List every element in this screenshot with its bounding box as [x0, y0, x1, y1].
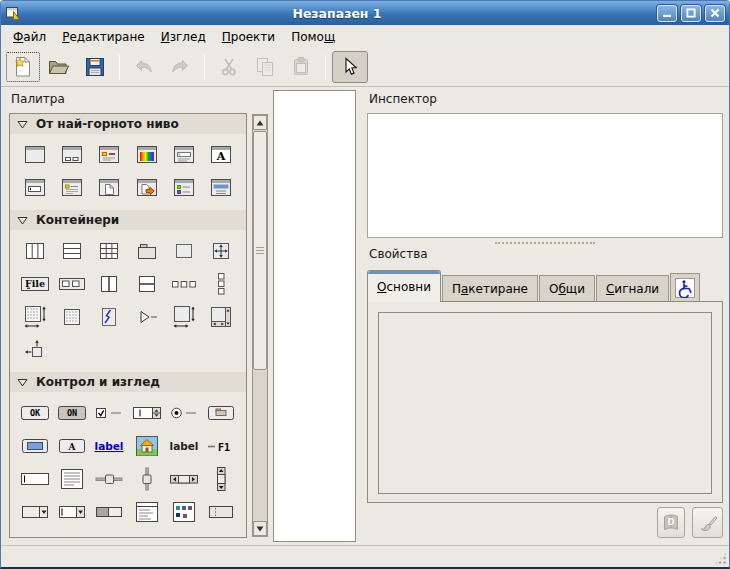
palette-item-vbuttonbox[interactable] [203, 271, 239, 297]
palette-item-fixed[interactable] [203, 238, 239, 264]
palette-item-hbuttonbox[interactable] [166, 271, 202, 297]
palette-item-drawingarea[interactable] [54, 304, 90, 330]
palette-item-vpaned[interactable] [129, 271, 165, 297]
palette-item-vbox[interactable] [54, 238, 90, 264]
palette-scrollbar[interactable] [252, 114, 268, 537]
palette-item-accellabel[interactable]: F1 [203, 433, 239, 459]
palette-item-partial-item[interactable] [203, 532, 239, 538]
palette-item-dialog[interactable] [54, 142, 90, 168]
open-button[interactable] [41, 51, 77, 83]
palette-item-message-dialog[interactable] [91, 142, 127, 168]
palette-item-hscrollbar[interactable] [166, 466, 202, 492]
palette-item-font-selection-dialog[interactable]: A [203, 142, 239, 168]
palette-item-hscale[interactable] [91, 466, 127, 492]
tab-accessibility[interactable] [670, 273, 700, 302]
palette-item-textview[interactable] [54, 466, 90, 492]
palette-item-checkbutton[interactable] [91, 400, 127, 426]
edit-widget-button[interactable] [692, 507, 723, 538]
tab-general[interactable]: Основни [367, 270, 441, 302]
devhelp-doc-button[interactable]: D [657, 507, 685, 538]
palette-item-notebook[interactable] [129, 238, 165, 264]
menu-view[interactable]: Изглед [153, 27, 214, 47]
palette-item-window[interactable] [17, 142, 53, 168]
menu-help[interactable]: Помощ [283, 27, 343, 47]
cut-button[interactable] [211, 51, 247, 83]
menu-projects[interactable]: Проекти [214, 27, 283, 47]
palette-item-treeview[interactable] [129, 499, 165, 525]
palette-item-file-chooser-dialog[interactable] [166, 142, 202, 168]
pane-resize-handle[interactable] [367, 240, 723, 246]
palette-item-togglebutton[interactable]: ON [54, 400, 90, 426]
undo-button[interactable] [126, 51, 162, 83]
palette-item-expander[interactable] [129, 304, 165, 330]
palette-item-text-dialog[interactable] [54, 175, 90, 201]
expander-triangle-icon[interactable] [17, 119, 28, 130]
resize-grip-icon[interactable] [714, 552, 727, 565]
palette-item-separatortoolitem[interactable] [203, 499, 239, 525]
palette-section-header[interactable]: Контрол и изглед [10, 372, 246, 392]
palette-item-layout[interactable] [17, 304, 53, 330]
scroll-down-icon[interactable] [253, 521, 267, 536]
palette-item-assistant[interactable] [129, 175, 165, 201]
palette-item-filechooserbutton[interactable] [203, 400, 239, 426]
tab-signals[interactable]: Сигнали [596, 275, 669, 302]
palette-item-page-dialog[interactable] [91, 175, 127, 201]
expander-triangle-icon[interactable] [17, 377, 28, 388]
new-button[interactable] [5, 51, 41, 83]
palette-item-colorbutton[interactable] [17, 433, 53, 459]
palette-item-comboboxentry[interactable] [54, 499, 90, 525]
menu-edit[interactable]: Редактиране [54, 27, 153, 47]
palette-item-vscale[interactable] [129, 466, 165, 492]
palette-item-label[interactable]: label [166, 433, 202, 459]
palette-item-toolbar[interactable] [54, 271, 90, 297]
palette-item-partial-item[interactable] [17, 532, 53, 538]
maximize-button[interactable] [681, 5, 701, 22]
palette-item-partial-item[interactable] [129, 532, 165, 538]
paste-button[interactable] [283, 51, 319, 83]
palette-item-curve[interactable] [91, 304, 127, 330]
palette-item-color-selection-dialog[interactable] [129, 142, 165, 168]
palette-item-hbox[interactable] [17, 238, 53, 264]
tab-packing[interactable]: Пакетиране [442, 275, 538, 302]
textview-icon [59, 467, 85, 491]
menu-file[interactable]: Файл [5, 27, 54, 47]
palette-item-spinbutton[interactable] [129, 400, 165, 426]
palette-item-scrolledwindow[interactable] [166, 304, 202, 330]
palette-item-vscrollbar[interactable] [203, 466, 239, 492]
expander-triangle-icon[interactable] [17, 215, 28, 226]
palette-section-header[interactable]: От най-горното ниво [10, 114, 246, 134]
palette-item-combobox[interactable] [17, 499, 53, 525]
scrollbar-thumb[interactable] [253, 131, 267, 370]
palette-item-frame[interactable] [166, 238, 202, 264]
pointer-button[interactable] [332, 51, 368, 83]
design-canvas[interactable] [273, 90, 356, 542]
palette-item-partial-item[interactable] [54, 532, 90, 538]
inspector-view[interactable] [367, 113, 723, 238]
palette-item-input-dialog[interactable] [17, 175, 53, 201]
palette-item-list-dialog[interactable] [166, 175, 202, 201]
palette-item-radiobutton[interactable] [166, 400, 202, 426]
palette-item-entry[interactable] [17, 466, 53, 492]
palette-item-fontbutton[interactable]: A [54, 433, 90, 459]
copy-button[interactable] [247, 51, 283, 83]
redo-button[interactable] [162, 51, 198, 83]
palette-item-table[interactable] [91, 238, 127, 264]
palette-item-hpaned[interactable] [91, 271, 127, 297]
palette-item-partial-item[interactable] [166, 532, 202, 538]
palette-item-about-dialog[interactable] [203, 175, 239, 201]
palette-item-menubar[interactable]: File [17, 271, 53, 297]
close-button[interactable] [705, 5, 725, 22]
save-button[interactable] [77, 51, 113, 83]
palette-item-alignment[interactable] [17, 337, 53, 363]
tab-common[interactable]: Общи [539, 275, 595, 302]
palette-section-header[interactable]: Контейнери [10, 210, 246, 230]
minimize-button[interactable] [657, 5, 677, 22]
scroll-up-icon[interactable] [253, 115, 267, 130]
palette-item-image[interactable] [129, 433, 165, 459]
palette-item-progressbar[interactable] [91, 499, 127, 525]
palette-item-partial-item[interactable] [91, 532, 127, 538]
palette-item-button[interactable]: OK [17, 400, 53, 426]
palette-item-linkbutton[interactable]: label [91, 433, 127, 459]
palette-item-viewport[interactable] [203, 304, 239, 330]
palette-item-iconview[interactable] [166, 499, 202, 525]
